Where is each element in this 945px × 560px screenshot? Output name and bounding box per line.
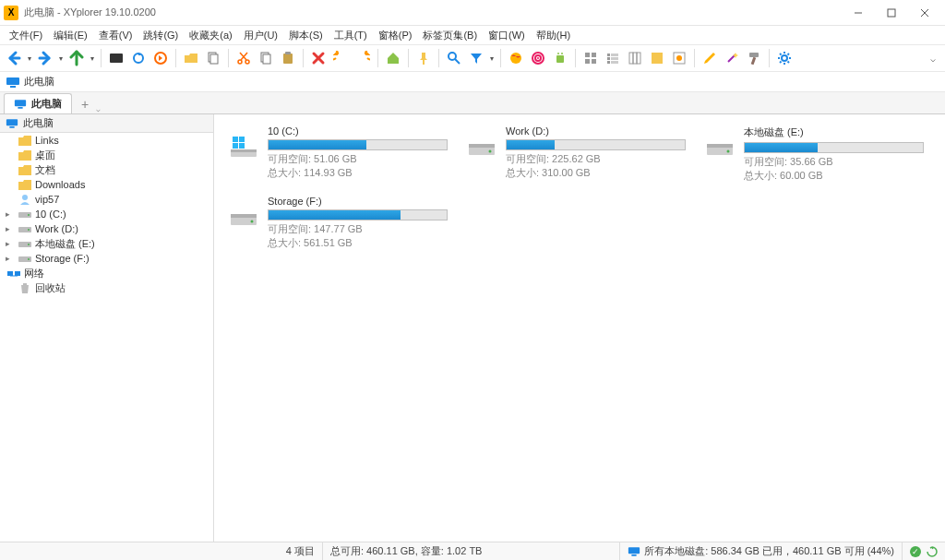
svg-rect-75 [7,271,13,276]
expander-icon[interactable]: ▸ [0,268,4,278]
tree-item-5[interactable]: ▸10 (C:) [0,207,213,221]
menu-item-3[interactable]: 跳转(G) [138,27,184,44]
svg-rect-83 [233,143,238,149]
forward-button[interactable] [35,48,55,68]
tree-item-2[interactable]: 文档 [0,162,213,177]
target-button[interactable] [528,48,548,68]
cut-button[interactable] [233,48,254,68]
tree-item-3[interactable]: Downloads [0,177,213,192]
filter-button[interactable] [466,48,486,68]
close-button[interactable] [908,2,941,24]
back-dd-icon[interactable]: ▾ [26,54,33,63]
menu-item-8[interactable]: 窗格(P) [373,27,418,44]
drive-item-3[interactable]: Storage (F:)可用空间: 147.77 GB总大小: 561.51 G… [225,192,447,254]
pc-icon [6,118,18,128]
paste-button[interactable] [278,48,298,68]
tab-add-button[interactable]: + [76,95,94,113]
expander-icon[interactable]: ▸ [6,224,15,233]
expander-icon[interactable]: ▸ [6,209,15,219]
back-button[interactable] [4,48,24,68]
copy-path-button[interactable] [203,48,223,68]
delete-button[interactable] [308,48,329,68]
pen-button[interactable] [700,48,720,68]
tab-dropdown-icon[interactable]: ⌵ [96,105,101,113]
menu-item-0[interactable]: 文件(F) [4,27,48,44]
tab-this-pc[interactable]: 此电脑 [4,93,72,113]
pin-button[interactable] [413,48,434,68]
tree-item-label: 文档 [35,163,55,177]
address-bar[interactable]: 此电脑 [0,72,945,92]
maximize-button[interactable] [875,2,908,24]
drive-item-0[interactable]: 10 (C:)可用空间: 51.06 GB总大小: 114.93 GB [225,122,447,186]
filter-dd-icon[interactable]: ▾ [488,54,496,63]
tree-header[interactable]: 此电脑 [0,114,213,133]
expander-icon[interactable]: ▸ [6,254,15,263]
status-summary: 总可用: 460.11 GB, 容量: 1.02 TB [323,542,620,560]
menu-item-7[interactable]: 工具(T) [329,27,373,44]
menu-item-6[interactable]: 脚本(S) [283,27,329,44]
wand-button[interactable] [722,48,742,68]
details-button[interactable] [603,48,623,68]
menu-item-2[interactable]: 查看(V) [93,27,138,44]
tree-item-6[interactable]: ▸Work (D:) [0,221,213,236]
svg-rect-63 [18,107,22,109]
tree-item-8[interactable]: ▸Storage (F:) [0,251,213,266]
tree-item-7[interactable]: ▸本地磁盘 (E:) [0,236,213,251]
tree-item-10[interactable]: 回收站 [0,280,213,295]
home-button[interactable] [383,48,403,68]
status-indicators: ✓ [903,542,945,560]
drive-total-label: 总大小: 310.00 GB [506,166,686,180]
stop-button[interactable] [150,48,171,68]
goto-button[interactable] [106,48,126,68]
menu-item-9[interactable]: 标签页集(B) [417,27,483,44]
tree-item-0[interactable]: Links [0,133,213,148]
preview-button[interactable] [669,48,689,68]
statusbar: 4 项目 总可用: 460.11 GB, 容量: 1.02 TB 所有本地磁盘:… [0,542,945,560]
pc-icon [14,99,27,109]
tree-item-9[interactable]: ▸网络 [0,266,213,280]
up-dd-icon[interactable]: ▾ [89,54,96,63]
browse-button[interactable] [181,48,201,68]
thumb-button[interactable] [647,48,667,68]
tree-item-1[interactable]: 桌面 [0,148,213,162]
expander-icon[interactable]: ▸ [6,239,15,248]
separator [769,49,770,67]
svg-line-24 [455,59,460,64]
android-button[interactable] [550,48,570,68]
drive-item-1[interactable]: Work (D:)可用空间: 225.62 GB总大小: 310.00 GB [463,122,685,186]
drive-icon [705,137,735,166]
menu-item-10[interactable]: 窗口(W) [483,27,531,44]
svg-line-58 [788,54,790,55]
drive-name: Storage (F:) [268,196,448,207]
reload-button[interactable] [128,48,149,68]
drive-item-2[interactable]: 本地磁盘 (E:)可用空间: 35.66 GB总大小: 60.00 GB [701,122,923,186]
menu-item-4[interactable]: 收藏夹(a) [184,27,237,44]
app-icon: X [4,6,18,20]
menu-item-5[interactable]: 用户(U) [238,27,283,44]
redo-button[interactable] [353,48,373,68]
forward-dd-icon[interactable]: ▾ [57,54,65,63]
tabbar: 此电脑 + ⌵ [0,92,945,114]
status-item-count: 4 项目 [0,542,323,560]
tree-item-4[interactable]: vip57 [0,192,213,207]
separator [377,49,378,67]
svg-point-70 [28,229,30,231]
gear-button[interactable] [774,48,795,68]
menu-item-1[interactable]: 编辑(E) [48,27,93,44]
up-button[interactable] [66,48,87,68]
globe-button[interactable] [506,48,526,68]
grid-button[interactable] [580,48,601,68]
columns-button[interactable] [625,48,645,68]
separator [408,49,409,67]
toolbar-overflow-icon[interactable]: ⌵ [925,52,941,66]
search-button[interactable] [444,48,464,68]
net-icon [7,268,20,279]
menu-item-11[interactable]: 帮助(H) [531,27,576,44]
undo-button[interactable] [330,48,351,68]
hammer-button[interactable] [744,48,764,68]
minimize-button[interactable] [842,2,875,24]
address-path: 此电脑 [24,75,54,89]
tab-label: 此电脑 [31,97,62,111]
separator [303,49,304,67]
copy-button[interactable] [256,48,276,68]
